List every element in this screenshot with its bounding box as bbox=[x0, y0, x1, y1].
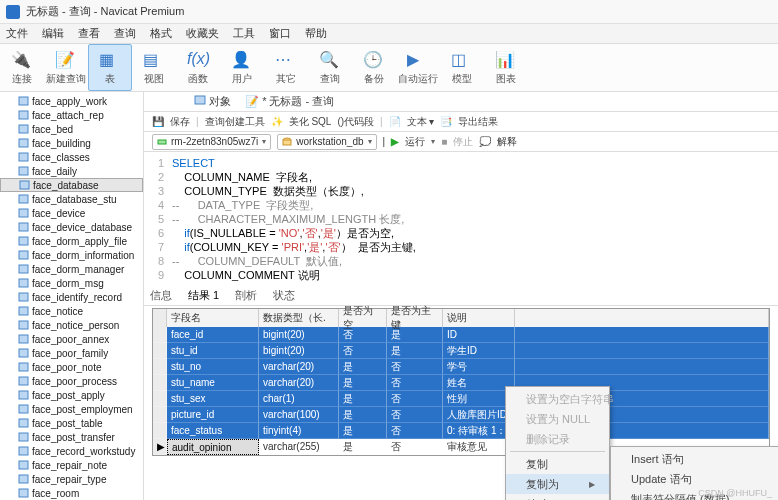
grid-cell[interactable]: 否 bbox=[387, 439, 443, 455]
menu-bar[interactable]: 文件编辑查看查询格式收藏夹工具窗口帮助 bbox=[0, 24, 778, 44]
tree-item-face_database_stu[interactable]: face_database_stu bbox=[0, 192, 143, 206]
ctx-复制[interactable]: 复制 bbox=[506, 454, 609, 474]
toolbar-backup-button[interactable]: 🕒 备份 bbox=[352, 44, 396, 91]
tree-item-face_dorm_information[interactable]: face_dorm_information bbox=[0, 248, 143, 262]
tree-item-face_database[interactable]: face_database bbox=[0, 178, 143, 192]
tree-item-face_poor_annex[interactable]: face_poor_annex bbox=[0, 332, 143, 346]
tree-item-face_dorm_apply_file[interactable]: face_dorm_apply_file bbox=[0, 234, 143, 248]
menu-查看[interactable]: 查看 bbox=[78, 26, 100, 41]
menu-窗口[interactable]: 窗口 bbox=[269, 26, 291, 41]
grid-cell[interactable]: 否 bbox=[339, 327, 387, 343]
table-row[interactable]: stu_sexchar(1)是否性别 bbox=[153, 391, 769, 407]
save-button[interactable]: 保存 bbox=[170, 115, 190, 129]
tree-item-face_notice_person[interactable]: face_notice_person bbox=[0, 318, 143, 332]
table-row[interactable]: face_idbigint(20)否是ID bbox=[153, 327, 769, 343]
grid-header-4[interactable]: 是否为主键 bbox=[387, 309, 443, 327]
tree-item-face_attach_rep[interactable]: face_attach_rep bbox=[0, 108, 143, 122]
grid-header-1[interactable]: 字段名 bbox=[167, 309, 259, 327]
tree-item-face_classes[interactable]: face_classes bbox=[0, 150, 143, 164]
grid-cell[interactable]: 是 bbox=[339, 439, 387, 455]
grid-cell[interactable]: stu_no bbox=[167, 359, 259, 375]
table-row[interactable]: stu_novarchar(20)是否学号 bbox=[153, 359, 769, 375]
grid-cell[interactable]: stu_sex bbox=[167, 391, 259, 407]
toolbar-user-button[interactable]: 👤 用户 bbox=[220, 44, 264, 91]
menu-格式[interactable]: 格式 bbox=[150, 26, 172, 41]
grid-cell[interactable]: varchar(20) bbox=[259, 359, 339, 375]
grid-cell[interactable]: varchar(20) bbox=[259, 375, 339, 391]
grid-cell[interactable]: bigint(20) bbox=[259, 343, 339, 359]
result-tab-2[interactable]: 剖析 bbox=[235, 288, 257, 303]
ctx-sub-Update 语句[interactable]: Update 语句 bbox=[611, 469, 778, 489]
ctx-粘贴[interactable]: 粘贴 bbox=[506, 494, 609, 500]
database-select[interactable]: workstation_db▾ bbox=[277, 134, 376, 150]
run-button[interactable]: 运行 bbox=[405, 135, 425, 149]
tree-item-face_building[interactable]: face_building bbox=[0, 136, 143, 150]
menu-编辑[interactable]: 编辑 bbox=[42, 26, 64, 41]
tree-item-face_device_database[interactable]: face_device_database bbox=[0, 220, 143, 234]
result-tabs[interactable]: 信息结果 1剖析状态 bbox=[144, 286, 778, 306]
tree-item-face_dorm_msg[interactable]: face_dorm_msg bbox=[0, 276, 143, 290]
tree-item-face_room[interactable]: face_room bbox=[0, 486, 143, 500]
grid-cell[interactable]: 是 bbox=[339, 391, 387, 407]
text-dropdown[interactable]: 文本 ▾ bbox=[407, 115, 435, 129]
toolbar-plug-button[interactable]: 🔌 连接 bbox=[0, 44, 44, 91]
tree-item-face_post_apply[interactable]: face_post_apply bbox=[0, 388, 143, 402]
tree-item-face_post_table[interactable]: face_post_table bbox=[0, 416, 143, 430]
tree-item-face_identify_record[interactable]: face_identify_record bbox=[0, 290, 143, 304]
result-tab-3[interactable]: 状态 bbox=[273, 288, 295, 303]
tree-item-face_poor_note[interactable]: face_poor_note bbox=[0, 360, 143, 374]
grid-cell[interactable]: bigint(20) bbox=[259, 327, 339, 343]
table-row[interactable]: stu_namevarchar(20)是否姓名 bbox=[153, 375, 769, 391]
connection-select[interactable]: rm-2zetn83n05wz7i▾ bbox=[152, 134, 271, 150]
tree-item-face_apply_work[interactable]: face_apply_work bbox=[0, 94, 143, 108]
tree-item-face_repair_note[interactable]: face_repair_note bbox=[0, 458, 143, 472]
toolbar-view-button[interactable]: ▤ 视图 bbox=[132, 44, 176, 91]
explain-button[interactable]: 解释 bbox=[497, 135, 517, 149]
grid-header-2[interactable]: 数据类型（长. bbox=[259, 309, 339, 327]
grid-cell[interactable]: varchar(255) bbox=[259, 439, 339, 455]
grid-cell[interactable]: stu_name bbox=[167, 375, 259, 391]
code-snippet-button[interactable]: ()代码段 bbox=[337, 115, 374, 129]
table-row[interactable]: stu_idbigint(20)否是学生ID bbox=[153, 343, 769, 359]
grid-header-3[interactable]: 是否为空 bbox=[339, 309, 387, 327]
grid-cell[interactable]: char(1) bbox=[259, 391, 339, 407]
grid-header-0[interactable] bbox=[153, 309, 167, 327]
grid-cell[interactable]: ID bbox=[443, 327, 515, 343]
tree-item-face_post_employmen[interactable]: face_post_employmen bbox=[0, 402, 143, 416]
context-menu[interactable]: 设置为空白字符串 设置为 NULL 删除记录 复制 复制为▶ 粘贴 显示▶ bbox=[505, 386, 610, 500]
tree-item-face_poor_process[interactable]: face_poor_process bbox=[0, 374, 143, 388]
grid-cell[interactable]: audit_opinion bbox=[167, 439, 259, 455]
tree-item-face_record_workstudy[interactable]: face_record_workstudy bbox=[0, 444, 143, 458]
ctx-复制为[interactable]: 复制为▶ bbox=[506, 474, 609, 494]
tree-item-face_device[interactable]: face_device bbox=[0, 206, 143, 220]
grid-cell[interactable]: 否 bbox=[387, 375, 443, 391]
grid-header-5[interactable]: 说明 bbox=[443, 309, 515, 327]
tree-item-face_poor_family[interactable]: face_poor_family bbox=[0, 346, 143, 360]
result-grid[interactable]: 字段名数据类型（长.是否为空是否为主键说明 face_idbigint(20)否… bbox=[152, 308, 770, 456]
result-tab-0[interactable]: 信息 bbox=[150, 288, 172, 303]
object-tree[interactable]: face_apply_work face_attach_rep face_bed… bbox=[0, 92, 144, 500]
menu-文件[interactable]: 文件 bbox=[6, 26, 28, 41]
grid-cell[interactable]: 学号 bbox=[443, 359, 515, 375]
menu-工具[interactable]: 工具 bbox=[233, 26, 255, 41]
tree-item-face_repair_type[interactable]: face_repair_type bbox=[0, 472, 143, 486]
tab-objects[interactable]: 对象 bbox=[194, 94, 231, 109]
ctx-sub-Insert 语句[interactable]: Insert 语句 bbox=[611, 449, 778, 469]
export-result-button[interactable]: 导出结果 bbox=[458, 115, 498, 129]
grid-cell[interactable]: 否 bbox=[387, 423, 443, 439]
grid-header-6[interactable] bbox=[515, 309, 769, 327]
grid-cell[interactable]: face_id bbox=[167, 327, 259, 343]
menu-查询[interactable]: 查询 bbox=[114, 26, 136, 41]
grid-cell[interactable]: face_status bbox=[167, 423, 259, 439]
sql-editor[interactable]: 1 2 3 4 5 6 7 8 9SELECT COLUMN_NAME 字段名,… bbox=[144, 152, 778, 286]
tree-item-face_daily[interactable]: face_daily bbox=[0, 164, 143, 178]
query-builder-button[interactable]: 查询创建工具 bbox=[205, 115, 265, 129]
toolbar-chart-button[interactable]: 📊 图表 bbox=[484, 44, 528, 91]
tree-item-face_notice[interactable]: face_notice bbox=[0, 304, 143, 318]
grid-cell[interactable]: 是 bbox=[387, 327, 443, 343]
grid-cell[interactable]: 是 bbox=[339, 423, 387, 439]
grid-cell[interactable]: 否 bbox=[387, 359, 443, 375]
grid-cell[interactable]: 是 bbox=[339, 359, 387, 375]
grid-cell[interactable]: stu_id bbox=[167, 343, 259, 359]
grid-cell[interactable]: varchar(100) bbox=[259, 407, 339, 423]
